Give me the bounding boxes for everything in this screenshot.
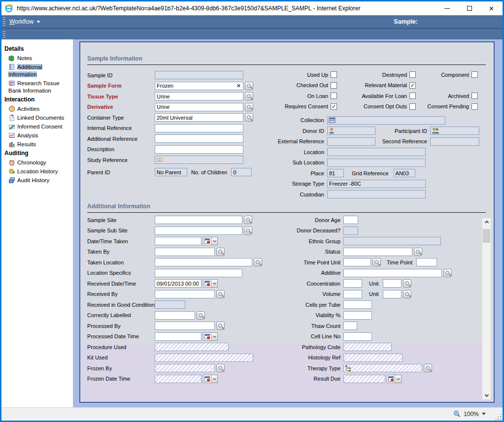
processed-by-input[interactable] xyxy=(155,322,215,330)
on-loan-checkbox[interactable] xyxy=(331,93,337,99)
received-date-time-input[interactable] xyxy=(155,279,202,288)
requires-consent-checkbox[interactable]: ✓ xyxy=(331,103,337,110)
concentration-unit-lookup-button[interactable] xyxy=(403,279,411,288)
concentration-unit-input[interactable] xyxy=(383,279,402,288)
taken-by-input[interactable] xyxy=(155,248,215,256)
description-input[interactable] xyxy=(155,145,243,154)
frozen-by-lookup-button[interactable] xyxy=(216,364,225,372)
taken-location-input[interactable] xyxy=(155,258,252,266)
collection-icon xyxy=(329,117,336,124)
internal-reference-input[interactable] xyxy=(155,124,243,132)
time-point-unit-input[interactable] xyxy=(343,258,371,266)
pathology-code-label: Pathology Code xyxy=(268,344,340,350)
received-by-lookup-button[interactable] xyxy=(216,290,225,298)
sidebar-item-notes[interactable]: Notes xyxy=(4,54,71,63)
zoom-control[interactable]: 100% xyxy=(453,410,486,418)
maximize-button[interactable] xyxy=(458,1,480,15)
received-date-time-picker-button[interactable] xyxy=(203,279,218,288)
destroyed-checkbox[interactable] xyxy=(409,71,416,78)
result-due-picker-button[interactable] xyxy=(387,375,402,383)
container-type-lookup-button[interactable] xyxy=(245,113,253,122)
time-point-unit-lookup-button[interactable] xyxy=(372,258,381,266)
scroll-up-button[interactable] xyxy=(482,218,491,226)
donor-deceased-field xyxy=(343,227,358,235)
cells-per-tube-input[interactable] xyxy=(343,300,372,309)
sample-form-input[interactable]: ✕ xyxy=(155,82,243,90)
scrollbar-thumb[interactable] xyxy=(483,229,490,243)
donor-id-label: Donor ID xyxy=(268,128,324,134)
sidebar-item-chronology[interactable]: Chronology xyxy=(4,158,71,167)
donor-age-input[interactable] xyxy=(343,216,358,224)
processed-by-lookup-button[interactable] xyxy=(216,322,225,330)
checked-out-checkbox[interactable] xyxy=(331,82,337,89)
sidebar-item-analysis[interactable]: Analysis xyxy=(4,131,71,140)
viability-input[interactable] xyxy=(343,311,372,320)
chevron-down-icon xyxy=(482,413,486,415)
taken-location-lookup-button[interactable] xyxy=(254,258,262,266)
status-bar: 100% xyxy=(1,407,503,420)
status-input[interactable] xyxy=(343,248,412,256)
derivative-lookup-button[interactable] xyxy=(245,103,253,111)
date-time-taken-picker-button[interactable] xyxy=(203,237,218,245)
clear-icon[interactable]: ✕ xyxy=(235,83,243,89)
volume-unit-lookup-button[interactable] xyxy=(403,290,411,298)
place-label: Place xyxy=(268,170,324,176)
sample-site-lookup-button[interactable] xyxy=(244,216,252,224)
concentration-input[interactable] xyxy=(343,279,362,288)
workflow-menu[interactable]: Workflow xyxy=(9,18,40,25)
chevron-down-icon xyxy=(212,239,216,242)
processed-date-time-picker-button[interactable] xyxy=(203,332,218,341)
additional-reference-input[interactable] xyxy=(155,134,243,143)
archived-checkbox[interactable] xyxy=(471,93,478,99)
tissue-type-input[interactable] xyxy=(155,92,243,100)
volume-unit-input[interactable] xyxy=(383,290,402,298)
status-lookup-button[interactable] xyxy=(414,248,422,256)
sidebar-item-activities[interactable]: Activities xyxy=(4,104,71,113)
available-for-loan-checkbox[interactable] xyxy=(409,93,416,99)
frozen-date-time-picker-button[interactable] xyxy=(203,375,218,383)
volume-input[interactable] xyxy=(343,290,362,298)
processed-date-time-input[interactable] xyxy=(155,332,202,341)
used-up-checkbox[interactable] xyxy=(331,71,337,78)
sidebar-item-location-history[interactable]: Location History xyxy=(4,167,71,176)
time-point-input[interactable] xyxy=(416,258,437,266)
thaw-count-input[interactable] xyxy=(343,322,357,330)
additive-input[interactable] xyxy=(343,269,442,277)
received-by-input[interactable] xyxy=(155,290,215,298)
sidebar-item-informed-consent[interactable]: Informed Consent xyxy=(4,122,71,131)
sample-form-panel: Sample Information Sample ID Sample Form… xyxy=(79,41,495,403)
volume-label: Volume xyxy=(268,291,340,297)
sidebar-item-results[interactable]: Results xyxy=(4,140,71,149)
sample-sub-site-input[interactable] xyxy=(155,227,242,235)
correctly-labelled-lookup-button[interactable] xyxy=(197,311,205,320)
sample-site-label: Sample Site xyxy=(87,217,155,223)
additive-lookup-button[interactable] xyxy=(443,269,452,277)
therapy-type-lookup-button[interactable] xyxy=(424,364,432,372)
container-type-input[interactable] xyxy=(155,113,243,122)
taken-by-lookup-button[interactable] xyxy=(216,248,225,256)
consent-pending-checkbox[interactable] xyxy=(471,103,478,110)
sidebar-item-audit-history[interactable]: Audit History xyxy=(4,176,71,185)
close-button[interactable]: ✕ xyxy=(480,1,503,15)
sample-sub-site-lookup-button[interactable] xyxy=(244,227,252,235)
result-due-label: Result Due xyxy=(268,376,340,382)
date-time-taken-input[interactable] xyxy=(155,237,202,245)
location-specifics-input[interactable] xyxy=(155,269,242,277)
component-checkbox[interactable] xyxy=(471,71,478,78)
minimize-button[interactable] xyxy=(436,1,458,15)
notes-icon xyxy=(8,55,15,62)
sample-form-lookup-button[interactable] xyxy=(245,82,253,90)
sample-site-input[interactable] xyxy=(155,216,242,224)
correctly-labelled-input[interactable] xyxy=(155,311,195,320)
consent-opt-outs-checkbox[interactable] xyxy=(409,103,416,110)
viability-label: Viability % xyxy=(268,312,340,318)
relevant-material-checkbox[interactable]: ✓ xyxy=(409,82,416,89)
sidebar-item-linked-documents[interactable]: Linked Documents xyxy=(4,113,71,122)
scroll-down-button[interactable] xyxy=(482,392,491,399)
sidebar-item-research-tissue-bank[interactable]: Research Tissue Bank Information xyxy=(4,79,71,95)
cell-line-no-input[interactable] xyxy=(343,332,372,341)
sidebar-item-additional-information[interactable]: Additional Information xyxy=(4,63,71,79)
tissue-type-lookup-button[interactable] xyxy=(245,92,253,100)
vertical-scrollbar[interactable] xyxy=(482,218,491,399)
derivative-input[interactable] xyxy=(155,103,243,111)
